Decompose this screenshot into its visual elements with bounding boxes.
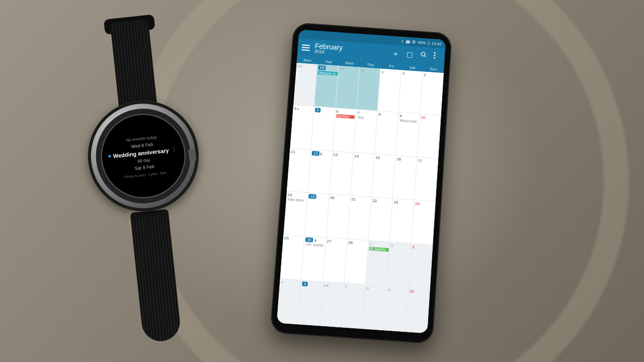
watch-bezel[interactable]: No events today Wed 6 Feb Wedding annive… — [91, 104, 195, 208]
day-cell[interactable]: 4 — [277, 279, 301, 324]
day-cell[interactable]: 24 — [412, 200, 436, 245]
day-cell[interactable]: 12◐ — [308, 150, 332, 195]
dow-wed: Wed — [339, 60, 360, 66]
day-cell[interactable]: 9Betsy's part — [396, 113, 420, 157]
day-cell[interactable]: 5 — [311, 107, 336, 151]
add-icon[interactable]: ＋ — [392, 49, 399, 58]
day-cell[interactable]: 3 — [409, 244, 433, 289]
day-cell[interactable]: 3 — [420, 71, 444, 116]
dow-mon: Mon — [297, 57, 318, 63]
watch-crown[interactable] — [188, 148, 196, 161]
day-cell[interactable]: 28 — [344, 239, 369, 285]
day-cell[interactable]: 1St. David's — [366, 241, 390, 286]
day-cell[interactable]: 6Wedding — [333, 108, 357, 152]
watch-strap-bottom — [130, 209, 182, 343]
day-cell[interactable]: 19○ — [305, 193, 330, 238]
watch-event-more-icon[interactable]: ⋮ — [171, 146, 178, 153]
day-cell[interactable]: 4● — [290, 105, 314, 149]
day-cell[interactable]: 2 — [399, 70, 423, 114]
photo-scene: No events today Wed 6 Feb Wedding annive… — [0, 0, 644, 362]
signal-icon: ▮▮ — [406, 39, 410, 44]
battery-icon: ▯ — [428, 41, 430, 45]
smartphone: ᛒ ▮▮ ⦿ 45% ▯ 13:42 February 2019 ＋ ▢ — [270, 22, 452, 344]
dow-sun: Sun — [423, 66, 444, 72]
day-cell[interactable]: 16 — [393, 155, 417, 200]
day-cell[interactable]: 7Test — [354, 110, 378, 154]
calendar-grid[interactable]: 2829Newquay for seminar30311234●56Weddin… — [277, 63, 444, 333]
day-cell[interactable]: 11 — [287, 148, 311, 193]
wifi-icon: ⦿ — [412, 40, 416, 44]
watch-case: No events today Wed 6 Feb Wedding annive… — [83, 95, 204, 217]
watch-screen[interactable]: No events today Wed 6 Feb Wedding annive… — [99, 111, 188, 201]
day-cell[interactable]: 10 — [417, 114, 441, 158]
day-cell[interactable]: 29Newquay for seminar — [314, 64, 339, 109]
day-cell[interactable]: 10 — [406, 288, 430, 333]
day-cell[interactable]: 30 — [336, 66, 360, 110]
dow-sat: Sat — [402, 65, 423, 71]
day-cell[interactable]: 26◑Lee, Sophia — [301, 236, 326, 282]
day-cell[interactable]: 25 — [280, 235, 305, 280]
menu-icon[interactable] — [301, 44, 310, 51]
day-cell[interactable]: 21 — [348, 196, 372, 241]
overflow-icon[interactable] — [434, 52, 441, 61]
day-cell[interactable]: 8 — [363, 285, 387, 330]
day-cell[interactable]: 15 — [372, 154, 396, 199]
day-cell[interactable]: 28 — [293, 63, 317, 107]
day-cell[interactable]: 27 — [323, 238, 348, 283]
dow-thu: Thu — [360, 62, 381, 68]
today-icon[interactable]: ▢ — [406, 50, 413, 59]
day-cell[interactable]: 31 — [357, 67, 381, 112]
day-cell[interactable]: 18Kate going — [283, 192, 308, 236]
event-dot-icon — [109, 155, 111, 157]
day-cell[interactable]: 13 — [329, 151, 353, 196]
day-cell[interactable]: 6● — [319, 282, 344, 327]
day-cell[interactable]: 2 — [387, 242, 412, 288]
day-cell[interactable]: 1 — [378, 69, 402, 113]
day-cell[interactable]: 7 — [341, 283, 366, 329]
day-cell[interactable]: 17 — [414, 157, 438, 202]
dow-fri: Fri — [381, 63, 402, 69]
day-cell[interactable]: 14 — [351, 153, 375, 198]
dow-tue: Tue — [317, 59, 339, 65]
day-cell[interactable]: 9 — [384, 286, 409, 332]
clock-text: 13:42 — [432, 41, 442, 46]
svg-line-1 — [424, 55, 426, 57]
app-title[interactable]: February 2019 — [314, 42, 388, 58]
day-cell[interactable]: 8 — [375, 111, 399, 155]
bt-icon: ᛒ — [401, 39, 405, 43]
day-cell[interactable]: 23 — [390, 199, 414, 244]
day-cell[interactable]: 5 — [298, 280, 323, 326]
phone-screen[interactable]: ᛒ ▮▮ ⦿ 45% ▯ 13:42 February 2019 ＋ ▢ — [277, 30, 446, 333]
day-cell[interactable]: 22 — [369, 197, 393, 242]
search-icon[interactable] — [420, 51, 427, 60]
day-cell[interactable]: 20 — [326, 194, 351, 239]
battery-text: 45% — [418, 40, 426, 45]
